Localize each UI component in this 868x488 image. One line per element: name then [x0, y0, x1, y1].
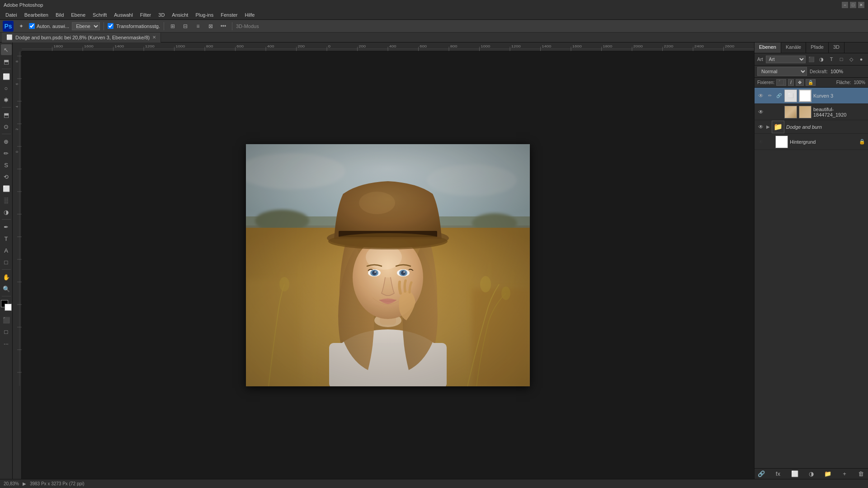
- blend-mode-select[interactable]: Normal: [757, 67, 807, 76]
- text-tool[interactable]: T: [1, 233, 12, 244]
- fix-gradient-btn[interactable]: /: [788, 79, 794, 86]
- tab-close-button[interactable]: ✕: [152, 35, 156, 40]
- zoom-tool[interactable]: 🔍: [1, 283, 12, 294]
- svg-text:2200: 2200: [664, 45, 674, 48]
- filter-select[interactable]: Art: [766, 56, 806, 63]
- menu-ansicht[interactable]: Ansicht: [168, 11, 192, 19]
- filter-adjust-btn[interactable]: ◑: [817, 55, 826, 63]
- maximize-button[interactable]: □: [850, 2, 856, 8]
- background-color[interactable]: [5, 304, 12, 311]
- status-arrow[interactable]: ▶: [23, 481, 26, 486]
- minimize-button[interactable]: −: [842, 2, 848, 8]
- layer-group-dodge[interactable]: 👁 ▶ 📁 Dodge and burn: [755, 120, 868, 134]
- eraser-tool[interactable]: ⬜: [1, 183, 12, 194]
- layer-photo-link-icon: [775, 108, 783, 116]
- fix-move-btn[interactable]: ✥: [796, 79, 804, 86]
- filter-toggle-btn[interactable]: ●: [857, 55, 865, 63]
- dodge-tool[interactable]: ◑: [1, 206, 12, 217]
- menu-auswahl[interactable]: Auswahl: [110, 11, 137, 19]
- magic-wand-tool[interactable]: ✱: [1, 94, 12, 105]
- move-tool[interactable]: ↖: [1, 44, 12, 55]
- align-right-btn[interactable]: ≡: [193, 21, 203, 31]
- brush-tool[interactable]: ✏: [1, 148, 12, 159]
- add-style-btn[interactable]: fx: [774, 470, 782, 478]
- close-button[interactable]: ✕: [858, 2, 864, 8]
- quick-mask-btn[interactable]: ⬛: [1, 314, 12, 325]
- layer-kurven3-type-icon: ✏: [766, 92, 774, 99]
- add-mask-btn[interactable]: ⬜: [791, 470, 799, 478]
- shape-tool[interactable]: □: [1, 257, 12, 267]
- layer-select[interactable]: Ebene: [72, 22, 100, 30]
- layer-photo-visibility[interactable]: 👁: [757, 108, 764, 116]
- menu-bearbeiten[interactable]: Bearbeiten: [21, 11, 52, 19]
- menu-schrift[interactable]: Schrift: [89, 11, 110, 19]
- menu-hilfe[interactable]: Hilfe: [241, 11, 258, 19]
- layer-photo[interactable]: 👁 beautiful-1844724_1920: [755, 104, 868, 120]
- tab-ebenen[interactable]: Ebenen: [755, 42, 781, 53]
- svg-text:800: 800: [206, 45, 213, 48]
- artboard-tool[interactable]: ⬒: [1, 56, 12, 67]
- layer-kurven3-visibility[interactable]: 👁: [757, 92, 764, 99]
- marquee-tool[interactable]: ⬜: [1, 71, 12, 82]
- fix-all-btn[interactable]: 🔒: [806, 79, 816, 86]
- layer-group-visibility[interactable]: 👁: [757, 123, 764, 131]
- layer-hintergrund-thumb: [775, 136, 788, 148]
- align-left-btn[interactable]: ⊞: [168, 21, 178, 31]
- lasso-tool[interactable]: ○: [1, 83, 12, 94]
- path-selection-tool[interactable]: A: [1, 245, 12, 256]
- opacity-label: Deckraft:: [810, 69, 828, 74]
- canvas-content: [22, 52, 754, 479]
- menu-datei[interactable]: Datei: [2, 11, 21, 19]
- color-swatches[interactable]: [1, 300, 12, 311]
- document-tab[interactable]: ⬜ Dodge and burn.psdc bei 20,8% (Kurven …: [2, 33, 161, 42]
- ruler-corner: [13, 42, 22, 52]
- canvas-area[interactable]: 1800 1600 1400 1200 1000 800 600 400 200…: [13, 42, 754, 479]
- layer-photo-name: beautiful-1844724_1920: [813, 107, 865, 117]
- layer-hintergrund[interactable]: 👁 Hintergrund 🔒: [755, 134, 868, 150]
- tab-pfade[interactable]: Pfade: [806, 42, 829, 53]
- new-adjustment-btn[interactable]: ◑: [807, 470, 815, 478]
- link-layers-btn[interactable]: 🔗: [757, 470, 765, 478]
- healing-tool[interactable]: ⊕: [1, 136, 12, 147]
- delete-layer-btn[interactable]: 🗑: [857, 470, 865, 478]
- gradient-tool[interactable]: ░: [1, 195, 12, 206]
- hand-tool[interactable]: ✋: [1, 272, 12, 282]
- svg-text:1400: 1400: [542, 45, 552, 48]
- history-brush-tool[interactable]: ⟲: [1, 171, 12, 182]
- tab-kanaele[interactable]: Kanäle: [781, 42, 806, 53]
- svg-text:200: 200: [297, 45, 305, 48]
- align-center-btn[interactable]: ⊟: [180, 21, 190, 31]
- layer-kurven3[interactable]: 👁 ✏ 🔗 ⬜ Kurven 3: [755, 88, 868, 104]
- filter-smart-btn[interactable]: ◇: [847, 55, 855, 63]
- transform-checkbox[interactable]: [108, 23, 113, 29]
- tool-separator-2: [2, 107, 11, 108]
- screen-mode-btn[interactable]: □: [1, 326, 12, 337]
- tool-separator-5: [2, 269, 11, 270]
- menu-filter[interactable]: Filter: [137, 11, 155, 19]
- filter-text-btn[interactable]: T: [827, 55, 835, 63]
- tab-3d[interactable]: 3D: [829, 42, 844, 53]
- crop-tool[interactable]: ⬒: [1, 109, 12, 120]
- pen-tool[interactable]: ✒: [1, 221, 12, 232]
- menu-ebene[interactable]: Ebene: [67, 11, 89, 19]
- eyedropper-tool[interactable]: ⊙: [1, 121, 12, 132]
- stamp-tool[interactable]: S: [1, 160, 12, 170]
- layer-group-arrow[interactable]: ▶: [766, 124, 770, 129]
- more-options-btn[interactable]: •••: [218, 21, 228, 31]
- filter-shape-btn[interactable]: □: [837, 55, 845, 63]
- distribute-btn[interactable]: ⊠: [206, 21, 216, 31]
- opacity-value: 100%: [830, 69, 843, 74]
- fix-pixel-btn[interactable]: ⬛: [776, 79, 786, 86]
- svg-text:0: 0: [328, 45, 331, 48]
- extra-tools-btn[interactable]: ···: [1, 338, 12, 349]
- menu-plugins[interactable]: Plug-ins: [192, 11, 217, 19]
- new-layer-btn[interactable]: +: [840, 470, 849, 478]
- new-group-btn[interactable]: 📁: [824, 470, 832, 478]
- menu-bild[interactable]: Bild: [52, 11, 67, 19]
- tool-options-icon[interactable]: ✦: [16, 21, 26, 31]
- filter-pixel-btn[interactable]: ⬛: [807, 55, 816, 63]
- menu-3d[interactable]: 3D: [155, 11, 168, 19]
- autoselect-checkbox[interactable]: [29, 23, 35, 29]
- menu-fenster[interactable]: Fenster: [217, 11, 241, 19]
- svg-rect-106: [246, 144, 530, 386]
